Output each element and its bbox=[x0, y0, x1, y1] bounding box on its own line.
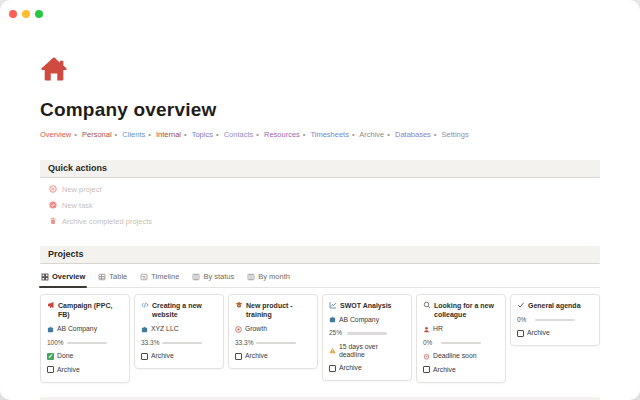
page-title: Company overview bbox=[40, 99, 600, 121]
archive-row: Archive bbox=[141, 352, 217, 360]
nav-link-archive[interactable]: Archive bbox=[359, 130, 384, 139]
progress-value: 33.3% bbox=[141, 339, 159, 347]
deadline-alert-label: Deadline soon bbox=[433, 352, 476, 360]
search-icon bbox=[423, 301, 431, 320]
progress-bar bbox=[441, 342, 481, 345]
nav-separator: • bbox=[148, 130, 151, 139]
house-icon[interactable] bbox=[40, 0, 68, 85]
card-title: SWOT Analysis bbox=[340, 301, 405, 310]
tag-label: HR bbox=[433, 325, 443, 333]
card-title: Campaign (PPC, FB) bbox=[58, 301, 123, 320]
minimize-window-button[interactable] bbox=[22, 10, 30, 18]
trash-icon bbox=[49, 217, 57, 225]
archive-checkbox[interactable] bbox=[235, 353, 242, 360]
nav-link-overview[interactable]: Overview bbox=[40, 130, 71, 139]
nav-separator: • bbox=[387, 130, 390, 139]
nav-separator: • bbox=[115, 130, 118, 139]
chart-icon bbox=[329, 301, 337, 310]
nav-link-timesheets[interactable]: Timesheets bbox=[310, 130, 349, 139]
archive-label: Archive bbox=[57, 366, 80, 374]
code-icon bbox=[141, 301, 149, 320]
board-icon bbox=[247, 273, 255, 281]
project-card-swot[interactable]: SWOT Analysis AB Company 25% 15 day bbox=[322, 294, 412, 381]
person-icon bbox=[423, 326, 430, 333]
archive-row: Archive bbox=[47, 366, 123, 374]
nav-separator: • bbox=[184, 130, 187, 139]
graduation-cap-icon bbox=[235, 301, 243, 320]
briefcase-icon bbox=[141, 326, 148, 333]
progress-bar bbox=[535, 319, 575, 322]
card-title: Creating a new website bbox=[152, 301, 217, 320]
project-card-colleague[interactable]: Looking for a new colleague HR 0% D bbox=[416, 294, 506, 383]
nav-link-settings[interactable]: Settings bbox=[442, 130, 469, 139]
tab-label: By month bbox=[258, 272, 290, 281]
progress-value: 0% bbox=[423, 339, 438, 347]
tab-by-status[interactable]: By status bbox=[192, 272, 234, 281]
check-icon bbox=[517, 301, 525, 310]
tab-by-month[interactable]: By month bbox=[247, 272, 290, 281]
zoom-window-button[interactable] bbox=[35, 10, 43, 18]
project-card-training[interactable]: New product - training Growth 33.3% Arch… bbox=[228, 294, 318, 369]
tab-timeline[interactable]: Timeline bbox=[140, 272, 179, 281]
archive-label: Archive bbox=[527, 329, 550, 337]
archive-checkbox[interactable] bbox=[47, 366, 54, 373]
close-window-button[interactable] bbox=[9, 10, 17, 18]
done-row: ✓ Done bbox=[47, 352, 123, 360]
company-row: AB Company bbox=[329, 316, 405, 324]
nav-link-clients[interactable]: Clients bbox=[122, 130, 145, 139]
nav-link-databases[interactable]: Databases bbox=[395, 130, 431, 139]
progress-bar bbox=[256, 342, 296, 345]
projects-heading: Projects bbox=[40, 246, 600, 264]
quick-action-new-task[interactable]: New task bbox=[49, 200, 600, 210]
warning-icon bbox=[329, 347, 336, 354]
company-label: AB Company bbox=[339, 316, 379, 324]
project-card-agenda[interactable]: General agenda 0% Archive bbox=[510, 294, 600, 346]
nav-link-resources[interactable]: Resources bbox=[264, 130, 300, 139]
archive-row: Archive bbox=[517, 329, 593, 337]
nav-separator: • bbox=[256, 130, 259, 139]
timeline-icon bbox=[140, 273, 148, 281]
nav-link-contacts[interactable]: Contacts bbox=[224, 130, 254, 139]
deadline-alert-row: Deadline soon bbox=[423, 352, 499, 360]
progress-value: 33.3% bbox=[235, 339, 253, 347]
archive-checkbox[interactable] bbox=[141, 353, 148, 360]
board-icon bbox=[192, 273, 200, 281]
done-checkbox[interactable]: ✓ bbox=[47, 353, 54, 360]
done-label: Done bbox=[57, 352, 73, 360]
card-title: New product - training bbox=[246, 301, 311, 320]
nav-link-internal[interactable]: Internal bbox=[156, 130, 181, 139]
plus-circle-icon bbox=[49, 185, 57, 193]
archive-checkbox[interactable] bbox=[517, 330, 524, 337]
progress-row: 33.3% bbox=[141, 339, 217, 347]
archive-checkbox[interactable] bbox=[329, 365, 336, 372]
archive-label: Archive bbox=[245, 352, 268, 360]
archive-checkbox[interactable] bbox=[423, 366, 430, 373]
check-circle-icon bbox=[49, 201, 57, 209]
projects-view-tabs: Overview Table Timeline By status bbox=[40, 268, 600, 288]
archive-row: Archive bbox=[423, 366, 499, 374]
project-card-website[interactable]: Creating a new website XYZ LLC 33.3% Arc… bbox=[134, 294, 224, 369]
nav-link-topics[interactable]: Topics bbox=[192, 130, 213, 139]
company-row: AB Company bbox=[47, 325, 123, 333]
archive-label: Archive bbox=[339, 364, 362, 372]
quick-actions-heading: Quick actions bbox=[40, 160, 600, 178]
card-title: General agenda bbox=[528, 301, 593, 310]
quick-action-new-project[interactable]: New project bbox=[49, 184, 600, 194]
quick-action-archive-completed[interactable]: Archive completed projects bbox=[49, 216, 600, 226]
progress-value: 100% bbox=[47, 339, 64, 347]
quick-action-label: New project bbox=[62, 185, 102, 194]
nav-link-personal[interactable]: Personal bbox=[82, 130, 112, 139]
app-window: Company overview Overview• Personal• Cli… bbox=[0, 0, 640, 400]
nav-separator: • bbox=[303, 130, 306, 139]
tab-label: Overview bbox=[52, 272, 85, 281]
archive-label: Archive bbox=[433, 366, 456, 374]
nav-separator: • bbox=[74, 130, 77, 139]
tab-overview[interactable]: Overview bbox=[41, 272, 85, 281]
progress-row: 100% bbox=[47, 339, 123, 347]
project-card-campaign[interactable]: Campaign (PPC, FB) AB Company 100% ✓ Don… bbox=[40, 294, 130, 383]
company-row: XYZ LLC bbox=[141, 325, 217, 333]
tab-label: By status bbox=[203, 272, 234, 281]
tab-table[interactable]: Table bbox=[98, 272, 127, 281]
card-title: Looking for a new colleague bbox=[434, 301, 499, 320]
alarm-icon bbox=[423, 353, 430, 360]
